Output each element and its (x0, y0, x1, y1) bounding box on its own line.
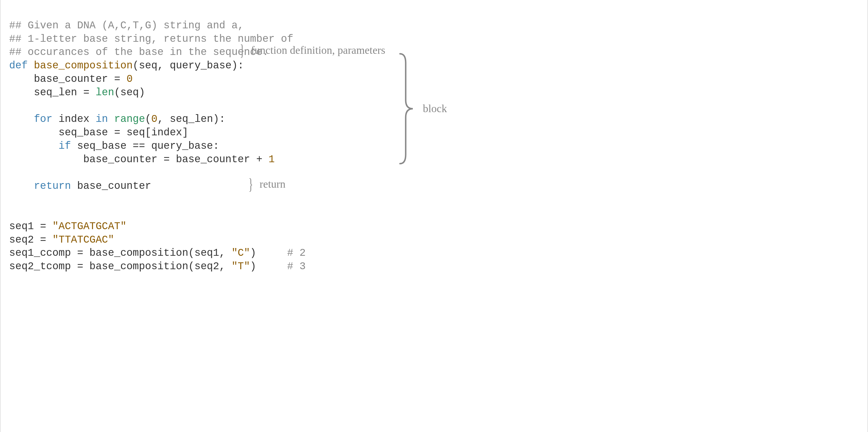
call-ccomp: seq1_ccomp = base_composition(seq1, (9, 247, 231, 259)
annotation-funcdef-label: function definition, parameters (251, 43, 385, 57)
literal-one: 1 (269, 154, 275, 165)
brace-icon: } (248, 176, 253, 192)
annotation-funcdef: } function definition, parameters (240, 42, 385, 58)
keyword-return: return (34, 180, 71, 192)
assign-seq1: seq1 = (9, 221, 52, 232)
annotation-return-label: return (259, 177, 286, 191)
code-figure: ## Given a DNA (A,C,T,G) string and a, #… (9, 6, 859, 273)
comment-line-3: ## occurances of the base in the sequenc… (9, 46, 269, 58)
keyword-def: def (9, 60, 28, 71)
param-seq: seq (139, 60, 158, 71)
literal-zero: 0 (126, 73, 133, 85)
return-value: base_counter (71, 180, 151, 192)
if-condition: seq_base == query_base: (71, 140, 219, 152)
annotation-return: } return (248, 176, 286, 192)
call-tcomp: seq2_tcomp = base_composition(seq2, (9, 261, 231, 272)
brace-icon: } (240, 42, 244, 58)
comment-line-1: ## Given a DNA (A,C,T,G) string and a, (9, 20, 244, 31)
assign-base-counter: base_counter = (9, 73, 126, 85)
builtin-range: range (114, 113, 145, 125)
function-name: base_composition (34, 60, 133, 71)
keyword-if: if (59, 140, 71, 152)
large-brace-icon (397, 52, 417, 166)
increment-counter: base_counter = base_counter + (9, 154, 269, 165)
comment-result-3: # 3 (287, 261, 306, 272)
assign-seq-base: seq_base = seq[index] (9, 127, 188, 139)
annotation-block: block (397, 52, 447, 166)
keyword-in: in (95, 113, 108, 125)
string-seq2: "TTATCGAC" (52, 234, 114, 246)
param-query-base: query_base (170, 60, 231, 71)
string-seq1: "ACTGATGCAT" (52, 221, 126, 232)
assign-seq-len: seq_len = (9, 87, 95, 98)
comment-result-2: # 2 (287, 247, 306, 259)
assign-seq2: seq2 = (9, 234, 52, 246)
builtin-len: len (95, 87, 114, 98)
annotation-block-label: block (423, 102, 447, 116)
keyword-for: for (34, 113, 52, 125)
